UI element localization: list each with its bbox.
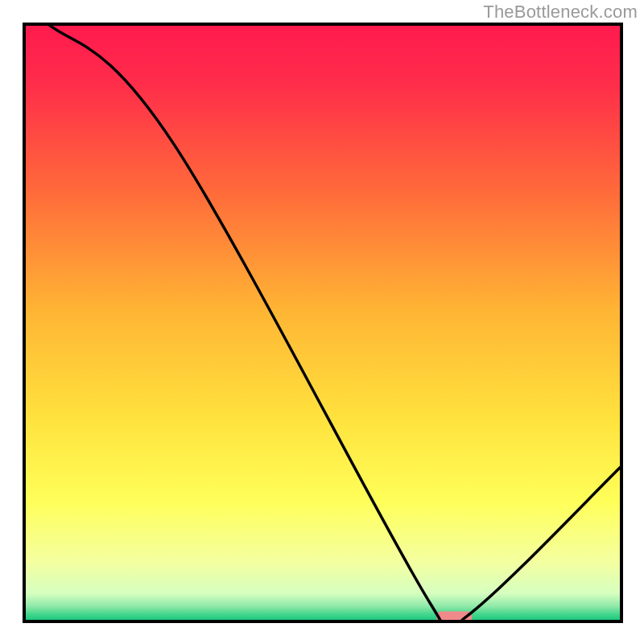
bottleneck-chart	[0, 0, 644, 644]
watermark-text: TheBottleneck.com	[483, 2, 638, 23]
plot-background	[24, 24, 621, 621]
chart-container: TheBottleneck.com	[0, 0, 644, 644]
